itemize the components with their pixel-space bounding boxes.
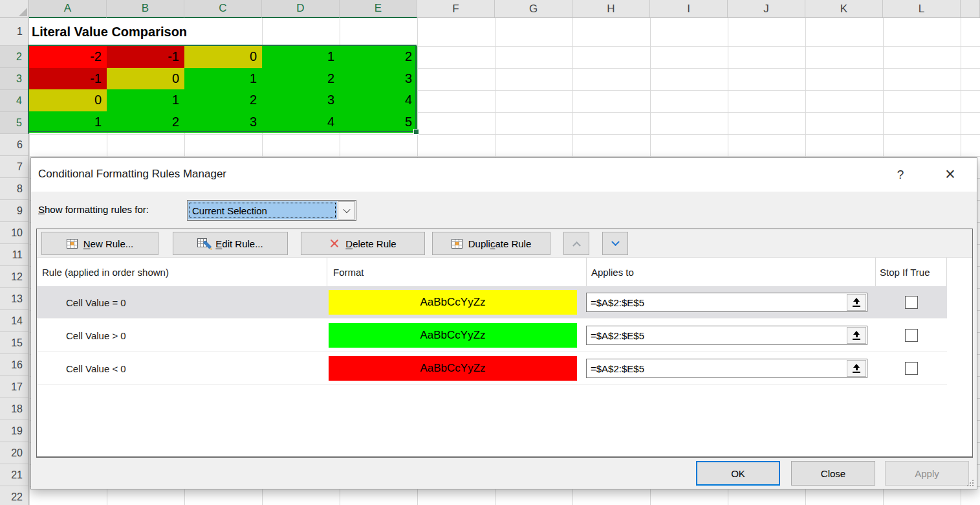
cell-E4[interactable]: 4 <box>340 89 417 111</box>
applies-to-field[interactable]: =$A$2:$E$5 <box>586 293 867 312</box>
header-applies-to: Applies to <box>587 258 876 286</box>
apply-button[interactable]: Apply <box>885 461 969 486</box>
cell-B3[interactable]: 0 <box>107 68 184 90</box>
cf-rules-manager-dialog: Conditional Formatting Rules Manager ? ×… <box>30 157 977 489</box>
cell-D5[interactable]: 4 <box>262 111 340 133</box>
collapse-dialog-button[interactable] <box>847 360 866 377</box>
rule-description: Cell Value = 0 <box>66 286 126 319</box>
row-header-1[interactable]: 1 <box>0 18 29 46</box>
duplicate-rule-button[interactable]: Duplicate Rule <box>432 232 550 255</box>
move-rule-down-button[interactable] <box>602 232 628 255</box>
row-header-9[interactable]: 9 <box>0 200 29 222</box>
applies-to-field[interactable]: =$A$2:$E$5 <box>586 326 867 345</box>
cell-B4[interactable]: 1 <box>107 89 184 111</box>
format-preview: AaBbCcYyZz <box>329 323 577 348</box>
row-header-18[interactable]: 18 <box>0 398 29 420</box>
delete-rule-button[interactable]: Delete Rule <box>301 232 425 255</box>
edit-rule-button[interactable]: Edit Rule... <box>173 232 288 255</box>
collapse-dialog-icon <box>853 364 860 373</box>
cell-C3[interactable]: 1 <box>184 68 262 90</box>
applies-to-value[interactable]: =$A$2:$E$5 <box>587 330 846 341</box>
column-header-B[interactable]: B <box>107 0 184 18</box>
close-button[interactable]: Close <box>791 461 875 486</box>
row-header-17[interactable]: 17 <box>0 376 29 398</box>
row-header-5[interactable]: 5 <box>0 112 29 134</box>
row-header-11[interactable]: 11 <box>0 244 29 266</box>
applies-to-value[interactable]: =$A$2:$E$5 <box>587 363 846 374</box>
rules-panel: New Rule... Edit Rule... Delete Rule Dup… <box>36 229 973 458</box>
cell-B2[interactable]: -1 <box>107 46 184 68</box>
rule-row-equal-0[interactable]: Cell Value = 0 AaBbCcYyZz =$A$2:$E$5 <box>37 286 947 319</box>
cell-A4[interactable]: 0 <box>29 89 107 111</box>
select-all-corner[interactable] <box>0 0 29 18</box>
row-header-6[interactable]: 6 <box>0 134 29 156</box>
cell-D4[interactable]: 3 <box>262 89 340 111</box>
cell-E3[interactable]: 3 <box>340 68 417 90</box>
cell-A5[interactable]: 1 <box>29 111 107 133</box>
column-header-H[interactable]: H <box>572 0 650 18</box>
rules-table: Rule (applied in order shown) Format App… <box>37 258 972 456</box>
column-header-K[interactable]: K <box>805 0 883 18</box>
ok-button[interactable]: OK <box>696 461 780 486</box>
stop-if-true-checkbox[interactable] <box>905 362 918 375</box>
cell-D2[interactable]: 1 <box>262 46 340 68</box>
column-header-partial[interactable] <box>961 0 980 18</box>
stop-if-true-checkbox[interactable] <box>905 296 918 309</box>
move-rule-up-button[interactable] <box>563 232 589 255</box>
cell-A1-title[interactable]: Literal Value Comparison <box>29 18 262 46</box>
rule-row-less-0[interactable]: Cell Value < 0 AaBbCcYyZz =$A$2:$E$5 <box>37 352 947 385</box>
dialog-titlebar: Conditional Formatting Rules Manager ? × <box>31 158 977 192</box>
cell-D3[interactable]: 2 <box>262 68 340 90</box>
row-header-2[interactable]: 2 <box>0 46 29 68</box>
cell-E2[interactable]: 2 <box>340 46 417 68</box>
row-header-8[interactable]: 8 <box>0 178 29 200</box>
column-header-A[interactable]: A <box>29 0 107 18</box>
applies-to-value[interactable]: =$A$2:$E$5 <box>587 297 846 308</box>
column-header-D[interactable]: D <box>262 0 340 18</box>
applies-to-field[interactable]: =$A$2:$E$5 <box>586 359 867 378</box>
column-header-I[interactable]: I <box>650 0 728 18</box>
combobox-dropdown-button[interactable] <box>338 201 355 219</box>
header-stop-if-true: Stop If True <box>876 258 947 286</box>
collapse-dialog-button[interactable] <box>847 327 866 344</box>
stop-if-true-checkbox[interactable] <box>905 329 918 342</box>
edit-rule-pencil-icon <box>197 238 210 249</box>
row-header-21[interactable]: 21 <box>0 464 29 486</box>
show-rules-combobox[interactable]: Current Selection <box>187 200 356 221</box>
row-header-13[interactable]: 13 <box>0 288 29 310</box>
column-header-C[interactable]: C <box>184 0 262 18</box>
chevron-down-icon <box>611 238 620 246</box>
column-header-J[interactable]: J <box>728 0 805 18</box>
column-header-G[interactable]: G <box>495 0 572 18</box>
format-preview: AaBbCcYyZz <box>329 356 577 381</box>
cell-B5[interactable]: 2 <box>107 111 184 133</box>
column-header-L[interactable]: L <box>883 0 961 18</box>
row-header-4[interactable]: 4 <box>0 90 29 112</box>
column-header-E[interactable]: E <box>340 0 417 18</box>
column-header-F[interactable]: F <box>417 0 495 18</box>
row-header-14[interactable]: 14 <box>0 310 29 332</box>
close-icon[interactable]: × <box>939 163 961 185</box>
row-header-15[interactable]: 15 <box>0 332 29 354</box>
cell-C2[interactable]: 0 <box>184 46 262 68</box>
cell-C4[interactable]: 2 <box>184 89 262 111</box>
new-rule-button[interactable]: New Rule... <box>41 232 158 255</box>
cell-A3[interactable]: -1 <box>29 68 107 90</box>
collapse-dialog-icon <box>853 298 860 307</box>
row-header-3[interactable]: 3 <box>0 68 29 90</box>
rule-row-greater-0[interactable]: Cell Value > 0 AaBbCcYyZz =$A$2:$E$5 <box>37 319 947 352</box>
row-header-10[interactable]: 10 <box>0 222 29 244</box>
row-header-7[interactable]: 7 <box>0 156 29 178</box>
row-header-16[interactable]: 16 <box>0 354 29 376</box>
collapse-dialog-button[interactable] <box>847 294 866 311</box>
row-header-20[interactable]: 20 <box>0 442 29 464</box>
cell-C5[interactable]: 3 <box>184 111 262 133</box>
help-icon[interactable]: ? <box>892 166 909 184</box>
row-header-12[interactable]: 12 <box>0 266 29 288</box>
row-header-22[interactable]: 22 <box>0 486 29 505</box>
cell-E5[interactable]: 5 <box>340 111 417 133</box>
cell-A2[interactable]: -2 <box>29 46 107 68</box>
combobox-value[interactable]: Current Selection <box>188 201 337 219</box>
row-header-19[interactable]: 19 <box>0 420 29 442</box>
conditional-formatted-range: -2-1012-101230123412345 <box>29 46 417 133</box>
